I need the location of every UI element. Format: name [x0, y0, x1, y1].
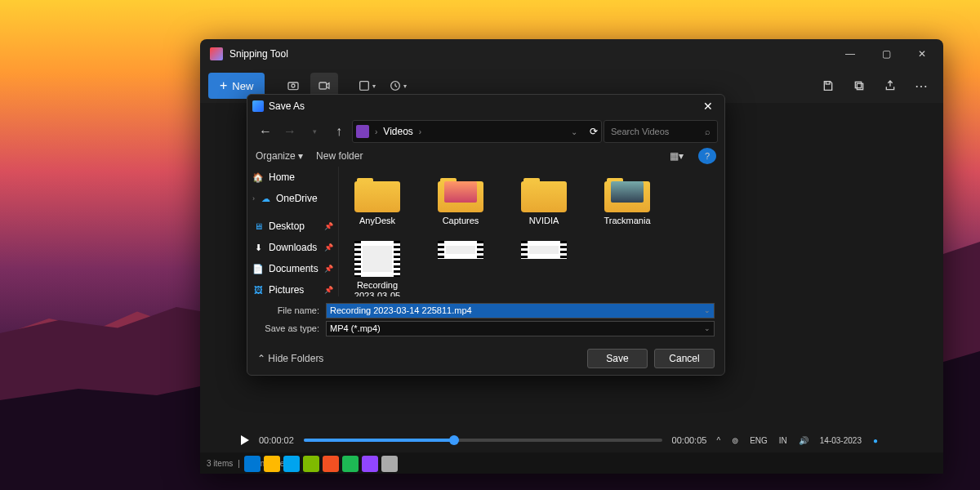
save-button[interactable]: Save [587, 349, 648, 368]
savetype-dropdown[interactable]: MP4 (*.mp4)⌄ [326, 321, 715, 336]
taskbar-app-icon[interactable] [342, 456, 359, 472]
savetype-label: Save as type: [257, 323, 319, 333]
taskbar-app-icon[interactable] [323, 456, 339, 472]
save-as-dialog: Save As ✕ ← → ▾ ↑ › Videos › ⌄ ⟳ Search … [247, 94, 725, 376]
filename-input[interactable]: Recording 2023-03-14 225811.mp4⌄ [326, 303, 715, 318]
file-item[interactable]: AnyDesk [345, 176, 409, 226]
location-icon [356, 125, 369, 138]
file-grid: AnyDeskCapturesNVIDIATrackmaniaRecording… [339, 167, 724, 296]
sidebar-item-onedrive[interactable]: ›☁OneDrive [247, 188, 338, 209]
forward-button[interactable]: → [278, 120, 301, 143]
new-folder-button[interactable]: New folder [316, 150, 363, 162]
filename-label: File name: [257, 305, 319, 315]
taskbar-app-icon[interactable] [381, 456, 398, 472]
taskbar-app-icon[interactable] [303, 456, 319, 472]
download-icon: ⬇ [252, 242, 264, 253]
taskbar-app-icon[interactable] [264, 456, 280, 472]
time-current: 00:00:02 [259, 435, 294, 445]
svg-point-1 [292, 84, 295, 87]
svg-rect-0 [288, 82, 298, 90]
taskbar-app-icon[interactable] [244, 456, 261, 472]
up-button[interactable]: ↑ [327, 120, 350, 143]
nav-row: ← → ▾ ↑ › Videos › ⌄ ⟳ Search Videos ⌕ [247, 118, 724, 145]
svg-rect-6 [857, 83, 862, 89]
pin-icon: 📌 [324, 243, 333, 252]
window-title: Snipping Tool [229, 48, 832, 60]
sidebar-item-downloads[interactable]: ⬇Downloads📌 [247, 237, 338, 258]
timeline-scrubber[interactable] [304, 439, 662, 442]
refresh-icon[interactable]: ⟳ [590, 126, 598, 137]
svg-rect-2 [319, 82, 327, 89]
pin-icon: 📌 [324, 286, 333, 294]
chevron-up-icon[interactable]: ^ [716, 436, 720, 445]
dialog-titlebar[interactable]: Save As ✕ [247, 95, 724, 118]
view-mode-button[interactable]: ▦▾ [667, 148, 685, 164]
help-button[interactable]: ? [698, 148, 716, 164]
back-button[interactable]: ← [254, 120, 277, 143]
pin-icon: 📌 [324, 265, 333, 273]
file-item[interactable] [512, 241, 576, 296]
share-icon[interactable] [876, 73, 904, 99]
wifi-icon[interactable]: ⊚ [732, 436, 738, 445]
save-icon[interactable] [814, 73, 842, 99]
file-item[interactable]: NVIDIA [512, 176, 576, 226]
time-total: 00:00:05 [672, 435, 707, 445]
sidebar-item-documents[interactable]: 📄Documents📌 [247, 258, 338, 279]
tools-row: Organize ▾ New folder ▦▾ ? [247, 145, 724, 167]
file-item[interactable]: Recording 2023-03-05 210137.mp4 [345, 241, 409, 296]
statusbar: 3 items | 1 item selected [200, 452, 943, 474]
hide-folders-toggle[interactable]: ⌃ Hide Folders [257, 353, 323, 364]
file-item[interactable]: Captures [429, 176, 492, 226]
media-player-bar: 00:00:02 00:00:05 ^ ⊚ ENG IN 🔊 14-03-202… [200, 428, 943, 452]
search-input[interactable]: Search Videos ⌕ [604, 120, 718, 143]
chevron-down-icon[interactable]: ⌄ [568, 127, 580, 136]
pin-icon: 📌 [324, 222, 333, 230]
dialog-close-button[interactable]: ✕ [697, 96, 719, 116]
sidebar-item-home[interactable]: 🏠Home [247, 167, 338, 188]
organize-dropdown[interactable]: Organize ▾ [256, 150, 303, 162]
sidebar: 🏠Home ›☁OneDrive 🖥Desktop📌 ⬇Downloads📌 📄… [247, 167, 339, 296]
svg-rect-7 [855, 82, 861, 87]
close-button[interactable]: ✕ [904, 41, 940, 67]
copy-icon[interactable] [845, 73, 873, 99]
app-icon [210, 47, 223, 60]
home-icon: 🏠 [252, 172, 264, 183]
dialog-icon [252, 100, 264, 112]
address-bar[interactable]: › Videos › ⌄ ⟳ [352, 120, 602, 143]
minimize-button[interactable]: — [832, 41, 868, 67]
desktop-icon: 🖥 [252, 220, 264, 232]
pictures-icon: 🖼 [252, 284, 264, 296]
file-item[interactable] [429, 241, 492, 296]
recent-dropdown[interactable]: ▾ [303, 120, 326, 143]
taskbar-app-icon[interactable] [283, 456, 300, 472]
svg-rect-3 [360, 82, 369, 91]
svg-rect-5 [826, 82, 830, 84]
taskbar-app-icon[interactable] [362, 456, 378, 472]
sidebar-item-desktop[interactable]: 🖥Desktop📌 [247, 216, 338, 237]
more-icon[interactable]: ⋯ [907, 73, 935, 99]
file-item[interactable]: Trackmania [595, 176, 659, 226]
sidebar-item-pictures[interactable]: 🖼Pictures📌 [247, 279, 338, 296]
play-button[interactable] [241, 435, 249, 445]
document-icon: 📄 [252, 263, 264, 274]
maximize-button[interactable]: ▢ [868, 41, 904, 67]
search-icon: ⌕ [705, 127, 710, 136]
cloud-icon: ☁ [260, 193, 271, 204]
cancel-button[interactable]: Cancel [654, 349, 715, 368]
titlebar[interactable]: Snipping Tool — ▢ ✕ [200, 39, 943, 69]
